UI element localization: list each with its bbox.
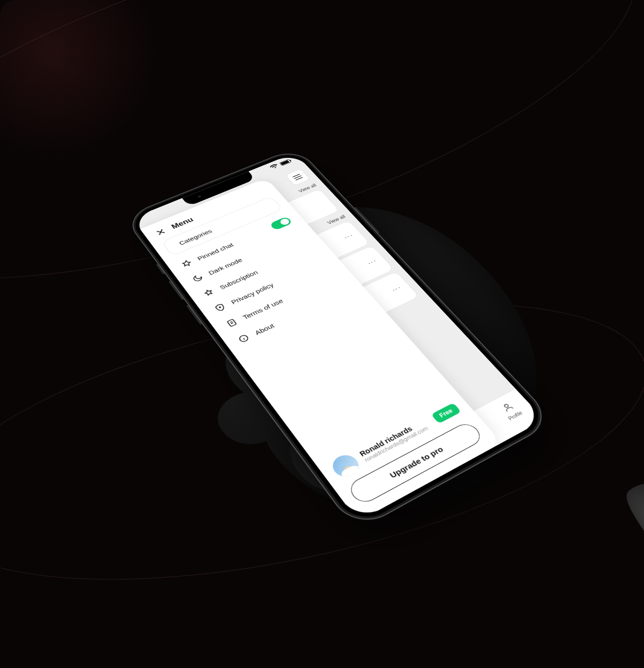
grid-icon bbox=[172, 243, 176, 248]
drawer-title: Menu bbox=[170, 216, 195, 231]
pin-icon bbox=[179, 258, 194, 269]
background-glow bbox=[0, 0, 157, 157]
side-button bbox=[156, 264, 165, 274]
svg-point-7 bbox=[238, 335, 249, 343]
phone-frame: View all Tra Eas View all A ⋮ ⋮ ⋮ bbox=[123, 147, 556, 532]
moon-icon bbox=[190, 272, 205, 283]
pinned-chat-toggle[interactable] bbox=[269, 216, 293, 231]
avatar bbox=[328, 451, 363, 481]
bottom-nav: Profile bbox=[331, 388, 544, 522]
svg-point-5 bbox=[219, 307, 221, 308]
shield-icon bbox=[212, 302, 228, 313]
nav-item-profile[interactable]: Profile bbox=[498, 400, 524, 421]
svg-rect-6 bbox=[227, 319, 237, 327]
person-icon bbox=[498, 400, 519, 416]
more-icon[interactable]: ⋮ bbox=[389, 284, 404, 294]
user-email: ronaldrichards@gmail.com bbox=[363, 423, 434, 463]
doc-icon bbox=[224, 317, 239, 329]
plan-badge: Free bbox=[431, 403, 461, 424]
upgrade-button[interactable]: Upgrade to pro bbox=[346, 420, 485, 506]
user-card[interactable]: Ronald richards ronaldrichards@gmail.com… bbox=[328, 399, 465, 481]
home-indicator bbox=[419, 447, 482, 482]
online-status-dot bbox=[355, 465, 364, 473]
info-icon bbox=[236, 332, 252, 345]
close-button[interactable] bbox=[153, 226, 168, 238]
close-icon bbox=[155, 228, 166, 236]
nav-label: Profile bbox=[507, 410, 524, 421]
svg-point-0 bbox=[503, 404, 509, 408]
more-icon[interactable]: ⋮ bbox=[365, 257, 380, 267]
user-name: Ronald richards bbox=[358, 417, 430, 458]
star-icon bbox=[201, 287, 216, 298]
